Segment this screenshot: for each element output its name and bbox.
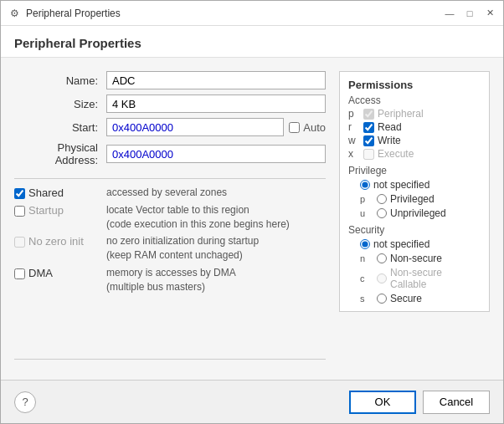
sec-notspecified-radio[interactable] [360,239,370,249]
permissions-title: Permissions [348,79,481,91]
ok-button[interactable]: OK [349,391,416,414]
auto-checkbox[interactable] [289,122,300,133]
write-checkbox[interactable] [363,135,374,146]
security-radio-group: not specified n Non-secure c Non-secure … [360,238,481,304]
physical-row: Physical Address: [14,141,326,166]
sec-nonsecure-row: n Non-secure [360,253,481,264]
footer-left: ? [14,391,36,413]
priv-unprivileged-radio[interactable] [377,208,387,218]
sec-callable-key: c [360,273,372,284]
physical-input[interactable] [106,145,326,163]
nozero-desc: no zero initialization during startup (k… [106,234,259,263]
peripheral-checkbox[interactable] [363,109,374,120]
priv-privileged-radio[interactable] [377,194,387,204]
sec-notspecified-row: not specified [360,238,481,250]
dma-checkbox[interactable] [14,268,25,279]
read-checkbox[interactable] [363,122,374,133]
priv-notspecified-radio[interactable] [360,180,370,190]
checkbox-rows: Shared accessed by several zones Startup… [14,186,326,294]
privilege-section: Privilege not specified p Privileged u [348,165,481,219]
nozero-col: No zero init [14,234,106,248]
window: ⚙ Peripheral Properties — □ ✕ Peripheral… [0,0,504,424]
priv-privileged-key: p [360,194,372,204]
footer: ? OK Cancel [1,380,503,423]
sec-secure-radio[interactable] [377,294,387,304]
physical-label: Physical Address: [14,141,106,166]
footer-right: OK Cancel [349,391,490,414]
permissions-box: Permissions Access p Peripheral r Read w… [339,71,490,312]
privilege-radio-group: not specified p Privileged u Unprivilege… [360,179,481,219]
priv-notspecified-label: not specified [373,179,429,191]
security-title: Security [348,224,481,236]
write-row: w Write [348,135,481,146]
shared-col: Shared [14,186,106,199]
titlebar-title: Peripheral Properties [26,8,443,19]
peripheral-label: Peripheral [378,108,424,120]
shared-desc: accessed by several zones [106,186,227,200]
start-row: Start: Auto [14,118,326,136]
sec-nonsecure-radio[interactable] [377,253,387,263]
window-icon: ⚙ [8,7,21,20]
name-input[interactable] [106,71,326,89]
priv-unprivileged-label: Unprivileged [390,207,446,219]
sec-callable-radio[interactable] [377,273,387,284]
size-input[interactable] [106,95,326,113]
startup-label: Startup [28,204,64,217]
close-button[interactable]: ✕ [483,7,496,20]
privilege-title: Privilege [348,165,481,176]
sec-nonsecure-label: Non-secure [390,253,442,264]
dma-desc: memory is accesses by DMA (multiple bus … [106,266,236,294]
execute-checkbox[interactable] [363,149,374,160]
startup-row: Startup locate Vector table to this regi… [14,203,326,232]
left-panel: Name: Size: Start: Auto [14,71,326,366]
priv-notspecified-row: not specified [360,179,481,191]
separator2 [14,359,326,360]
size-label: Size: [14,98,106,110]
priv-privileged-row: p Privileged [360,193,481,205]
shared-checkbox[interactable] [14,188,25,199]
priv-privileged-label: Privileged [390,193,435,205]
dma-col: DMA [14,266,106,279]
nozero-checkbox[interactable] [14,237,25,248]
startup-desc: locate Vector table to this region (code… [106,203,290,232]
shared-row: Shared accessed by several zones [14,186,326,200]
access-title: Access [348,95,481,106]
help-button[interactable]: ? [14,391,36,413]
right-panel: Permissions Access p Peripheral r Read w… [339,71,490,366]
maximize-button[interactable]: □ [463,7,476,20]
start-label: Start: [14,121,106,134]
priv-unprivileged-row: u Unprivileged [360,207,481,219]
peripheral-key: p [348,108,360,120]
auto-label: Auto [303,121,326,134]
write-key: w [348,135,360,146]
minimize-button[interactable]: — [443,7,456,20]
security-section: Security not specified n Non-secure c [348,224,481,304]
startup-checkbox[interactable] [14,206,25,217]
size-row: Size: [14,95,326,113]
dma-row: DMA memory is accesses by DMA (multiple … [14,266,326,294]
execute-row: x Execute [348,148,481,160]
read-row: r Read [348,121,481,133]
startup-col: Startup [14,203,106,217]
shared-label: Shared [28,186,64,199]
read-key: r [348,121,360,133]
page-title: Peripheral Properties [1,26,503,58]
execute-key: x [348,148,360,160]
sec-secure-key: s [360,294,372,304]
start-input-group: Auto [106,118,326,136]
start-input[interactable] [106,118,284,136]
titlebar-buttons: — □ ✕ [443,7,496,20]
auto-checkbox-row: Auto [289,121,326,134]
cancel-button[interactable]: Cancel [423,391,490,414]
main-area: Name: Size: Start: Auto [1,58,503,380]
sec-secure-label: Secure [390,293,422,304]
separator1 [14,178,326,179]
priv-unprivileged-key: u [360,208,372,218]
name-row: Name: [14,71,326,89]
dma-label: DMA [28,267,53,279]
peripheral-row: p Peripheral [348,108,481,120]
nozero-row: No zero init no zero initialization duri… [14,234,326,263]
write-label: Write [378,135,401,146]
nozero-label: No zero init [28,235,84,248]
sec-secure-row: s Secure [360,293,481,304]
